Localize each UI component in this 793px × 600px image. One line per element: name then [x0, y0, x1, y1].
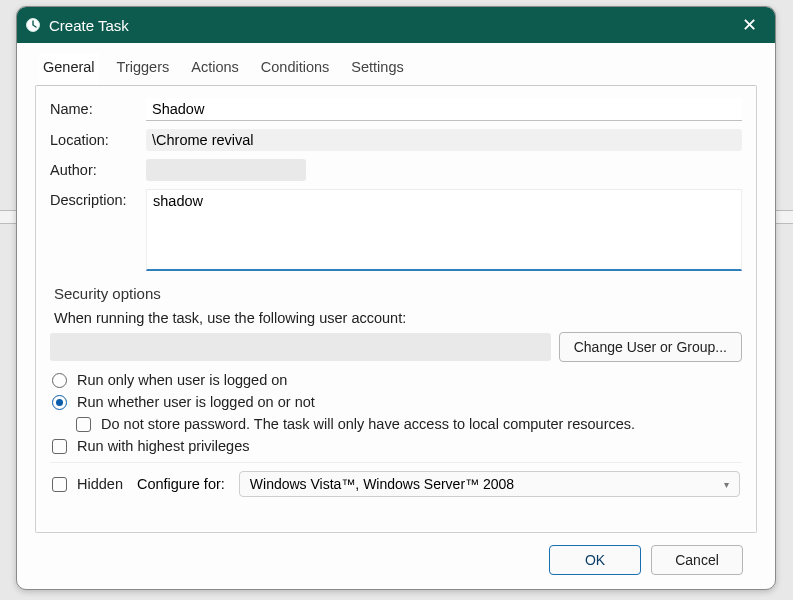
checkbox-icon: [76, 417, 91, 432]
tab-actions[interactable]: Actions: [187, 53, 243, 86]
tab-settings[interactable]: Settings: [347, 53, 407, 86]
create-task-dialog: Create Task ✕ General Triggers Actions C…: [16, 6, 776, 590]
description-input[interactable]: [146, 189, 742, 271]
checkbox-label: Run with highest privileges: [77, 438, 249, 454]
dialog-footer: OK Cancel: [35, 533, 757, 589]
security-options-heading: Security options: [54, 285, 742, 302]
tabstrip: General Triggers Actions Conditions Sett…: [35, 43, 757, 86]
checkbox-label: Do not store password. The task will onl…: [101, 416, 635, 432]
cancel-button[interactable]: Cancel: [651, 545, 743, 575]
radio-label: Run whether user is logged on or not: [77, 394, 315, 410]
location-label: Location:: [50, 129, 146, 148]
description-label: Description:: [50, 189, 146, 208]
window-title: Create Task: [49, 17, 129, 34]
configure-for-select[interactable]: Windows Vista™, Windows Server™ 2008 ▾: [239, 471, 740, 497]
radio-run-logged-on[interactable]: Run only when user is logged on: [52, 372, 740, 388]
user-account-field: [50, 333, 551, 361]
radio-label: Run only when user is logged on: [77, 372, 287, 388]
checkbox-icon: [52, 477, 67, 492]
close-icon[interactable]: ✕: [732, 10, 767, 40]
author-value: [146, 159, 306, 181]
chevron-down-icon: ▾: [724, 479, 729, 490]
radio-icon: [52, 395, 67, 410]
ok-button[interactable]: OK: [549, 545, 641, 575]
radio-icon: [52, 373, 67, 388]
radio-run-logged-on-or-not[interactable]: Run whether user is logged on or not: [52, 394, 740, 410]
tab-conditions[interactable]: Conditions: [257, 53, 334, 86]
author-label: Author:: [50, 159, 146, 178]
name-input[interactable]: [146, 98, 742, 121]
clock-icon: [25, 17, 41, 33]
checkbox-no-store-password[interactable]: Do not store password. The task will onl…: [76, 416, 740, 432]
name-label: Name:: [50, 98, 146, 117]
tab-general[interactable]: General: [39, 53, 99, 86]
tab-triggers[interactable]: Triggers: [113, 53, 174, 86]
configure-for-label: Configure for:: [137, 476, 225, 492]
titlebar: Create Task ✕: [17, 7, 775, 43]
select-value: Windows Vista™, Windows Server™ 2008: [250, 476, 514, 492]
checkbox-label: Hidden: [77, 476, 123, 492]
checkbox-icon: [52, 439, 67, 454]
checkbox-highest-privileges[interactable]: Run with highest privileges: [52, 438, 740, 454]
run-as-label: When running the task, use the following…: [54, 310, 742, 326]
location-value: \Chrome revival: [146, 129, 742, 151]
change-user-button[interactable]: Change User or Group...: [559, 332, 742, 362]
checkbox-hidden[interactable]: Hidden: [52, 476, 123, 492]
general-pane: Name: Location: \Chrome revival Author: …: [35, 85, 757, 533]
